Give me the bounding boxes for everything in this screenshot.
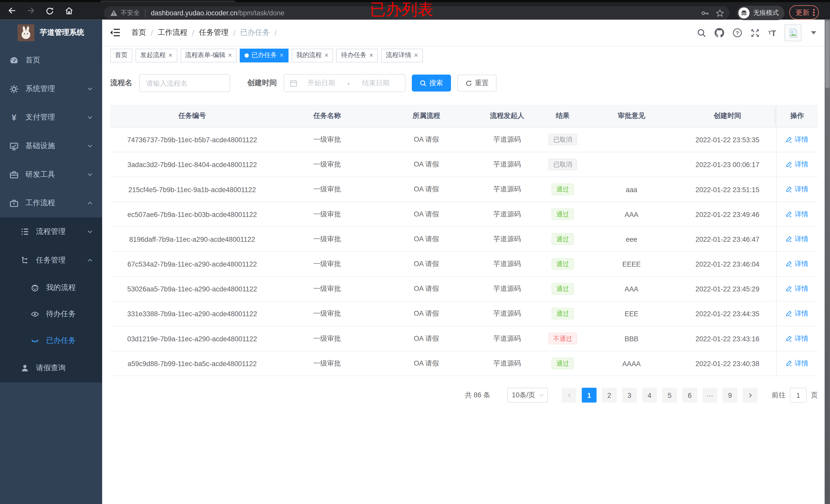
sidebar-item-todo-tasks[interactable]: 待办任务 [0,301,102,327]
monitor-icon [9,141,19,150]
page-button[interactable]: 3 [622,388,637,403]
scrollbar-track[interactable] [825,20,830,504]
detail-link[interactable]: 详情 [786,309,808,318]
edit-icon [786,261,793,267]
cell-starter: 芋道源码 [473,227,541,251]
page-size-select[interactable]: 10条/页 [507,388,548,403]
detail-link[interactable]: 详情 [786,234,808,243]
breadcrumb-item[interactable]: 工作流程 [158,28,187,38]
back-icon[interactable] [4,3,19,18]
status-badge: 通过 [551,233,574,245]
cell-process: OA 请假 [380,351,473,376]
incognito-icon [738,7,749,19]
close-tab-icon[interactable]: × [414,52,418,59]
status-badge: 通过 [551,208,574,220]
sidebar-item-infra[interactable]: 基础设施 [0,132,102,160]
detail-link[interactable]: 详情 [786,184,808,194]
tab[interactable]: 发起流程 × [135,48,177,62]
table-row: 8196daff-7b9a-11ec-a290-acde48001122 一级审… [110,227,818,251]
detail-link[interactable]: 详情 [786,160,808,169]
next-page-button[interactable] [743,388,758,403]
red-annotation: 已办列表 [370,1,434,19]
cell-create-time: 2022-01-22 23:45:29 [679,276,776,301]
breadcrumb-item[interactable]: 首页 [131,28,146,38]
sidebar-item-task-mgmt[interactable]: 任务管理 [0,246,102,274]
app-logo[interactable]: 芋道管理系统 [0,20,102,46]
browser-update-button[interactable]: 更新 [789,5,819,20]
key-icon[interactable] [701,9,709,17]
detail-link[interactable]: 详情 [786,284,808,294]
table-row: 3adac3d2-7b9d-11ec-8404-acde48001122 一级审… [110,152,818,177]
sidebar-item-payment[interactable]: ¥ 支付管理 [0,103,102,132]
sidebar-item-leave-query[interactable]: 请假查询 [0,354,102,382]
scrollbar-thumb[interactable] [825,21,829,89]
date-range-input[interactable]: 开始日期 - 结束日期 [284,74,406,92]
detail-label: 详情 [795,184,808,194]
close-tab-icon[interactable]: × [228,52,232,59]
collapse-sidebar-icon[interactable] [110,28,120,37]
forward-icon[interactable] [23,3,38,18]
sidebar-item-process-mgmt[interactable]: 流程管理 [0,217,102,246]
cell-result: 通过 [541,227,584,251]
cell-actions: 详情 [776,152,818,177]
search-icon [420,79,427,87]
font-size-icon[interactable]: TT [768,29,776,37]
sidebar-item-devtools[interactable]: 研发工具 [0,160,102,189]
github-icon[interactable] [715,28,724,38]
detail-link[interactable]: 详情 [786,209,808,219]
more-vert-icon[interactable] [813,9,815,15]
help-icon[interactable]: ? [733,28,742,38]
breadcrumb-item[interactable]: 已办任务 [240,28,270,38]
avatar[interactable] [785,24,801,41]
page-button[interactable]: 5 [662,388,677,403]
close-tab-icon[interactable]: × [369,52,373,59]
close-tab-icon[interactable]: × [168,52,172,59]
page-button[interactable]: 9 [723,388,737,403]
star-icon[interactable] [715,9,724,17]
cell-process: OA 请假 [380,177,473,202]
jump-page-input[interactable] [790,388,807,403]
fullscreen-icon[interactable] [751,28,760,37]
sidebar-item-workflow[interactable]: 工作流程 [0,189,102,217]
detail-link[interactable]: 详情 [786,259,808,269]
close-tab-icon[interactable]: × [324,52,328,59]
page-button[interactable]: ··· [703,388,717,403]
tab[interactable]: 流程详情 × [381,48,423,62]
table-row: 53026aa5-7b9a-11ec-a290-acde48001122 一级审… [110,276,818,301]
caret-down-icon[interactable] [811,31,817,34]
page-button[interactable]: 2 [602,388,617,403]
close-tab-icon[interactable]: × [280,52,284,59]
sidebar-item-home[interactable]: 首页 [0,46,102,75]
page-button[interactable]: 1 [582,388,597,403]
breadcrumb-separator: / [275,29,277,37]
search-button-label: 搜索 [429,78,443,88]
cell-actions: 详情 [776,351,818,376]
tab[interactable]: 流程表单-编辑 × [180,48,236,62]
tab[interactable]: 待办任务 × [337,48,378,62]
reload-icon[interactable] [42,3,57,18]
status-badge: 已取消 [548,134,577,145]
sidebar-item-my-process[interactable]: 我的流程 [0,274,102,301]
tab[interactable]: 我的流程 × [292,48,333,62]
cell-starter: 芋道源码 [473,251,541,276]
detail-link[interactable]: 详情 [786,359,808,368]
tab[interactable]: 首页 × [110,48,132,62]
prev-page-button[interactable] [562,388,577,403]
tab[interactable]: 已办任务 × [240,48,288,62]
search-icon[interactable] [697,28,706,37]
home-icon[interactable] [61,3,76,18]
detail-link[interactable]: 详情 [786,334,808,343]
process-name-input[interactable] [139,74,230,92]
cell-task-name: 一级审批 [274,351,380,376]
reset-button[interactable]: 重置 [457,75,497,92]
sidebar-item-system[interactable]: 系统管理 [0,75,102,103]
search-button[interactable]: 搜索 [412,75,451,92]
jump-label: 前往 [772,391,786,400]
cell-starter: 芋道源码 [473,177,541,202]
breadcrumb-item[interactable]: 任务管理 [199,28,229,38]
page-button[interactable]: 4 [642,388,657,403]
cell-task-name: 一级审批 [274,326,380,351]
detail-link[interactable]: 详情 [786,135,808,144]
page-button[interactable]: 6 [682,388,697,403]
sidebar-item-done-tasks[interactable]: 已办任务 [0,328,102,354]
